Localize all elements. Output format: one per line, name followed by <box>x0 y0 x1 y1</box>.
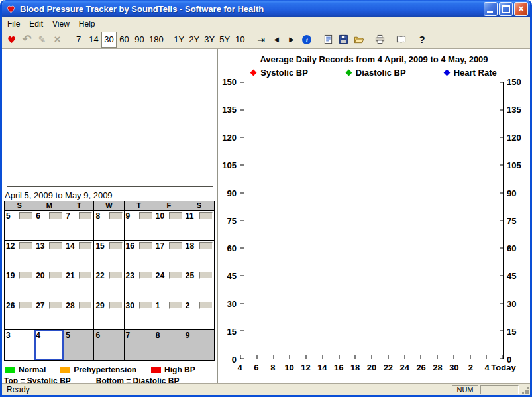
y-tick-mark <box>240 82 244 83</box>
menu-edit[interactable]: Edit <box>25 17 48 30</box>
left-panel: April 5, 2009 to May 9, 2009 SMTWTFS 567… <box>2 49 218 383</box>
menu-help[interactable]: Help <box>74 17 100 30</box>
calendar-day-cell[interactable]: 27 <box>34 300 64 330</box>
calendar-day-cell[interactable]: 5 <box>64 330 94 360</box>
calendar-day-number: 19 <box>6 271 15 280</box>
window-title: Blood Pressure Tracker by SoundTells - S… <box>20 4 482 14</box>
toolbar-button-label: 14 <box>89 34 98 44</box>
calendar-day-cell[interactable]: 9 <box>125 211 154 241</box>
menu-view[interactable]: View <box>48 17 74 30</box>
calendar-day-cell[interactable]: 20 <box>34 270 64 300</box>
range-7-button[interactable]: 7 <box>71 32 86 48</box>
range-2y-button[interactable]: 2Y <box>187 32 202 48</box>
range-3y-button[interactable]: 3Y <box>202 32 217 48</box>
calendar-day-cell[interactable]: 7 <box>125 330 154 360</box>
calendar-day-cell[interactable]: 6 <box>94 330 124 360</box>
y-axis-tick-label: 60 <box>507 244 516 253</box>
save-icon <box>339 34 348 44</box>
range-5y-button[interactable]: 5Y <box>217 32 233 48</box>
x-axis-tick-label: 30 <box>449 363 458 372</box>
x-tick-mark <box>240 355 241 359</box>
calendar-day-number: 29 <box>95 301 104 310</box>
add-reading-button[interactable] <box>4 32 19 48</box>
calendar-day-cell[interactable]: 5 <box>5 211 34 241</box>
close-button[interactable]: × <box>514 2 528 16</box>
calendar-day-cell[interactable]: 11 <box>184 211 214 241</box>
report-button[interactable] <box>394 32 409 48</box>
maximize-button[interactable] <box>499 2 513 16</box>
reading-box <box>109 272 123 279</box>
calendar-day-cell[interactable]: 19 <box>5 270 34 300</box>
calendar-day-cell[interactable]: 18 <box>184 241 214 270</box>
range-90-button[interactable]: 90 <box>132 32 147 48</box>
x-axis-tick-label: 6 <box>254 363 258 372</box>
calendar-day-cell[interactable]: 7 <box>64 211 94 241</box>
calendar-day-cell[interactable]: 26 <box>5 300 34 330</box>
range-180-button[interactable]: 180 <box>147 32 166 48</box>
y-axis-tick-label: 45 <box>227 272 237 280</box>
range-14-button[interactable]: 14 <box>86 32 101 48</box>
x-axis-tick-label: 20 <box>367 363 376 372</box>
calendar-day-cell[interactable]: 17 <box>154 241 184 270</box>
notes-box[interactable] <box>7 54 213 187</box>
calendar-day-cell[interactable]: 10 <box>154 211 184 241</box>
calendar-day-cell[interactable]: 16 <box>125 241 154 270</box>
chart-panel: Average Daily Records from 4 April, 2009… <box>218 49 530 383</box>
next-icon: ▶ <box>289 36 294 43</box>
calendar-day-cell[interactable]: 29 <box>94 300 124 330</box>
edit-reading-button[interactable]: ✎ <box>34 32 50 48</box>
range-10y-button[interactable]: 10 <box>233 32 248 48</box>
y-tick-mark <box>240 137 244 138</box>
y-tick-mark <box>500 137 503 138</box>
plot-area <box>240 82 504 359</box>
calendar-day-cell[interactable]: 14 <box>64 241 94 270</box>
calendar-day-cell[interactable]: 24 <box>154 270 184 300</box>
save-button[interactable] <box>336 32 351 48</box>
goto-date-button[interactable]: ⇥ <box>254 32 269 48</box>
info-button[interactable]: i <box>299 32 315 48</box>
plot-column: 468101214161820222426283024Today <box>240 82 504 374</box>
notes-button[interactable] <box>321 32 336 48</box>
menu-file[interactable]: File <box>3 17 25 30</box>
previous-period-button[interactable]: ◀ <box>269 32 284 48</box>
calendar-day-cell[interactable]: 3 <box>5 330 34 360</box>
delete-reading-button[interactable]: × <box>50 32 65 48</box>
menu-bar: FileEditViewHelp <box>2 17 530 30</box>
calendar-day-number: 6 <box>95 331 100 340</box>
calendar-day-cell[interactable]: 23 <box>125 270 154 300</box>
calendar-day-cell[interactable]: 15 <box>94 241 124 270</box>
print-button[interactable] <box>372 32 388 48</box>
open-button[interactable] <box>351 32 366 48</box>
help-button[interactable]: ? <box>415 32 430 48</box>
calendar-day-header: S <box>5 201 34 210</box>
calendar-day-cell[interactable]: 8 <box>94 211 124 241</box>
calendar-day-cell[interactable]: 22 <box>94 270 124 300</box>
calendar-day-cell[interactable]: 13 <box>34 241 64 270</box>
range-1y-button[interactable]: 1Y <box>172 32 187 48</box>
range-60-button[interactable]: 60 <box>117 32 132 48</box>
next-period-button[interactable]: ▶ <box>284 32 299 48</box>
calendar-day-cell[interactable]: 9 <box>184 330 214 360</box>
y-axis-tick-label: 75 <box>227 216 237 225</box>
calendar-day-cell[interactable]: 25 <box>184 270 214 300</box>
reading-box <box>169 212 182 219</box>
calendar-day-cell[interactable]: 6 <box>34 211 64 241</box>
calendar-day-cell[interactable]: 8 <box>154 330 184 360</box>
calendar-day-cell[interactable]: 21 <box>64 270 94 300</box>
calendar-day-cell[interactable]: 1 <box>154 300 184 330</box>
toolbar-button-label: 3Y <box>204 34 215 44</box>
calendar-day-number: 11 <box>186 211 194 221</box>
range-30-button[interactable]: 30 <box>101 32 117 48</box>
resize-grip[interactable] <box>527 392 529 394</box>
calendar-day-cell[interactable]: 4 <box>34 330 64 360</box>
calendar-day-cell[interactable]: 30 <box>125 300 154 330</box>
y-tick-mark <box>500 303 503 304</box>
undo-button[interactable]: ↶ <box>19 32 34 48</box>
chart-legend: Systolic BP Diastolic BP Heart Rate <box>218 68 530 78</box>
calendar-day-cell[interactable]: 2 <box>184 300 214 330</box>
bp-position-note: Top = Systolic BP Bottom = Diastolic BP <box>4 376 217 383</box>
minimize-button[interactable] <box>484 2 498 16</box>
calendar-day-cell[interactable]: 12 <box>5 241 34 270</box>
calendar-day-cell[interactable]: 28 <box>64 300 94 330</box>
calendar-day-number: 3 <box>6 331 11 340</box>
